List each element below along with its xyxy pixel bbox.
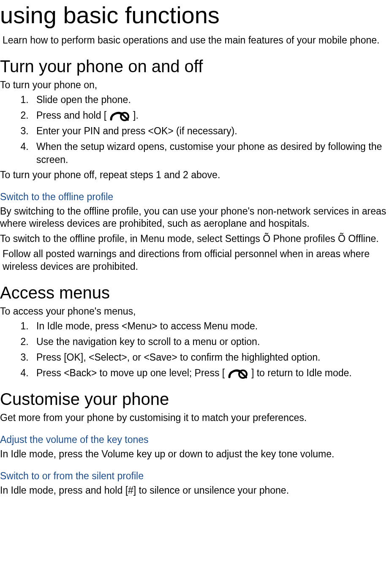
step-text-after: ]. bbox=[133, 110, 139, 121]
section-heading-access: Access menus bbox=[0, 282, 392, 304]
power-icon bbox=[228, 368, 249, 380]
offline-p1: By switching to the offline profile, you… bbox=[0, 205, 392, 231]
step-text-before: Press <Back> to move up one level; Press… bbox=[36, 367, 225, 378]
customise-lead: Get more from your phone by customising … bbox=[0, 412, 392, 424]
section-heading-turn-on: Turn your phone on and off bbox=[0, 55, 392, 77]
section-heading-volume: Adjust the volume of the key tones bbox=[0, 434, 392, 446]
page-title: using basic functions bbox=[0, 0, 392, 31]
list-item: Slide open the phone. bbox=[31, 93, 392, 106]
list-item: Enter your PIN and press <OK> (if necess… bbox=[31, 125, 392, 138]
list-item: Press and hold [ ]. bbox=[31, 109, 392, 122]
access-lead: To access your phone's menus, bbox=[0, 305, 392, 318]
section-heading-offline: Switch to the offline profile bbox=[0, 191, 392, 204]
volume-p1: In Idle mode, press the Volume key up or… bbox=[0, 448, 392, 461]
power-icon bbox=[109, 110, 131, 122]
turn-on-steps: Slide open the phone. Press and hold [ ]… bbox=[0, 93, 392, 166]
list-item: In Idle mode, press <Menu> to access Men… bbox=[31, 320, 392, 333]
silent-p1: In Idle mode, press and hold [#] to sile… bbox=[0, 484, 392, 497]
list-item: When the setup wizard opens, customise y… bbox=[31, 140, 392, 166]
turn-on-lead: To turn your phone on, bbox=[0, 79, 392, 92]
section-heading-silent: Switch to or from the silent profile bbox=[0, 470, 392, 483]
offline-p2: To switch to the offline profile, in Men… bbox=[0, 233, 392, 245]
intro-text: Learn how to perform basic operations an… bbox=[0, 34, 392, 47]
list-item: Press <Back> to move up one level; Press… bbox=[31, 367, 392, 380]
turn-off-text: To turn your phone off, repeat steps 1 a… bbox=[0, 169, 392, 182]
step-text-before: Press and hold [ bbox=[36, 110, 106, 121]
offline-note: Follow all posted warnings and direction… bbox=[0, 248, 392, 273]
list-item: Press [OK], <Select>, or <Save> to confi… bbox=[31, 351, 392, 364]
step-text-after: ] to return to Idle mode. bbox=[251, 367, 352, 378]
list-item: Use the navigation key to scroll to a me… bbox=[31, 335, 392, 348]
access-steps: In Idle mode, press <Menu> to access Men… bbox=[0, 320, 392, 380]
section-heading-customise: Customise your phone bbox=[0, 388, 392, 410]
